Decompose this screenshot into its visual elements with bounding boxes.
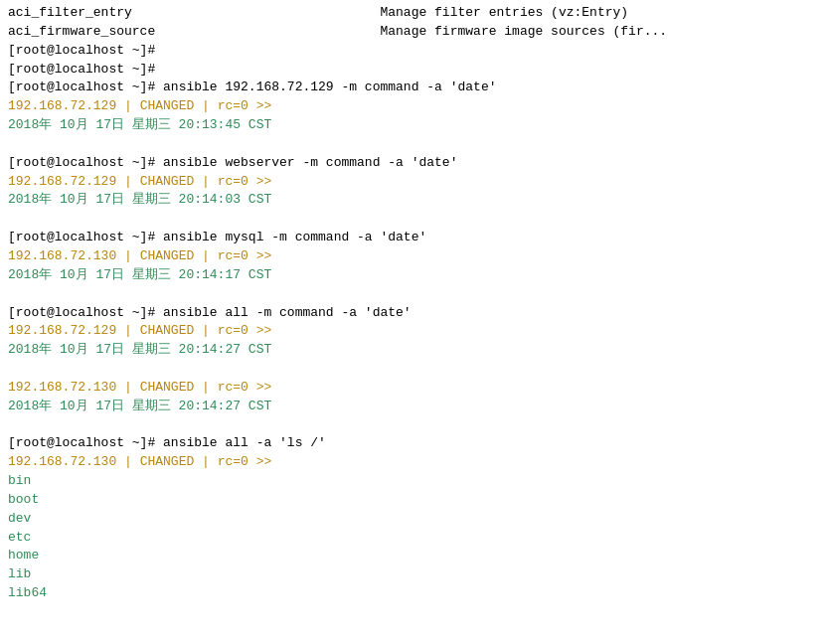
terminal-line-14: 2018年 10月 17日 星期三 20:14:17 CST — [8, 266, 820, 285]
terminal-line-17: 192.168.72.129 | CHANGED | rc=0 >> — [8, 322, 820, 341]
terminal-line-12: [root@localhost ~]# ansible mysql -m com… — [8, 229, 820, 247]
terminal-line-5: 192.168.72.129 | CHANGED | rc=0 >> — [8, 97, 820, 116]
terminal-line-7 — [8, 135, 820, 154]
terminal-line-22 — [8, 416, 820, 435]
terminal-line-13: 192.168.72.130 | CHANGED | rc=0 >> — [8, 247, 820, 266]
terminal-line-25: bin — [8, 472, 820, 491]
terminal-line-21: 2018年 10月 17日 星期三 20:14:27 CST — [8, 398, 820, 416]
terminal-line-10: 2018年 10月 17日 星期三 20:14:03 CST — [8, 191, 820, 210]
terminal-line-11 — [8, 210, 820, 229]
terminal-line-6: 2018年 10月 17日 星期三 20:13:45 CST — [8, 116, 820, 135]
terminal-line-26: boot — [8, 491, 820, 510]
terminal-line-15 — [8, 285, 820, 304]
terminal-line-24: 192.168.72.130 | CHANGED | rc=0 >> — [8, 453, 820, 472]
terminal-line-30: lib — [8, 565, 820, 584]
terminal-line-9: 192.168.72.129 | CHANGED | rc=0 >> — [8, 173, 820, 192]
terminal-line-19 — [8, 360, 820, 379]
terminal-line-18: 2018年 10月 17日 星期三 20:14:27 CST — [8, 341, 820, 360]
terminal-line-8: [root@localhost ~]# ansible webserver -m… — [8, 154, 820, 173]
terminal-line-1: aci_firmware_source Manage firmware imag… — [8, 23, 820, 42]
terminal-line-23: [root@localhost ~]# ansible all -a 'ls /… — [8, 434, 820, 453]
terminal-line-20: 192.168.72.130 | CHANGED | rc=0 >> — [8, 379, 820, 398]
terminal-line-28: etc — [8, 529, 820, 548]
terminal-line-29: home — [8, 547, 820, 565]
terminal-line-3: [root@localhost ~]# — [8, 61, 820, 80]
terminal-window: aci_filter_entry Manage filter entries (… — [0, 0, 828, 644]
terminal-line-2: [root@localhost ~]# — [8, 42, 820, 61]
terminal-line-31: lib64 — [8, 584, 820, 603]
terminal-line-27: dev — [8, 510, 820, 529]
terminal-line-4: [root@localhost ~]# ansible 192.168.72.1… — [8, 79, 820, 97]
terminal-line-16: [root@localhost ~]# ansible all -m comma… — [8, 304, 820, 323]
terminal-line-0: aci_filter_entry Manage filter entries (… — [8, 4, 820, 23]
